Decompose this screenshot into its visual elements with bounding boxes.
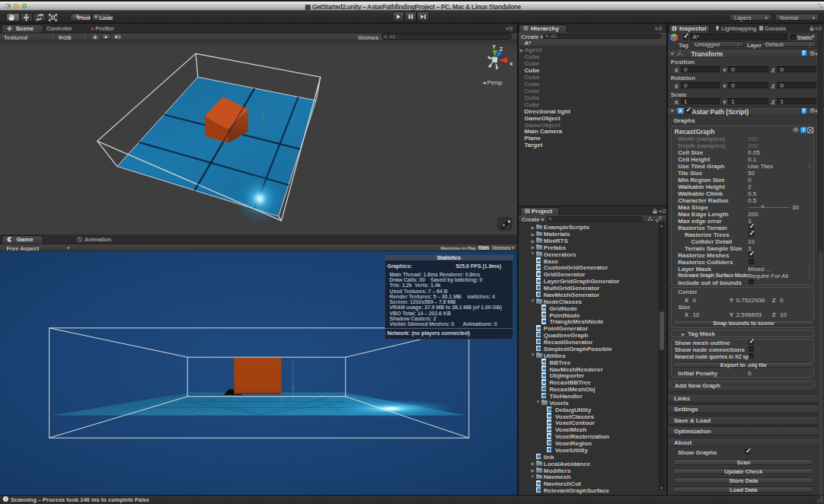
svg-text:x: x bbox=[510, 61, 513, 66]
svg-text:◂ Persp: ◂ Persp bbox=[483, 79, 502, 86]
svg-text:Y: Y bbox=[493, 44, 497, 49]
svg-text:Z: Z bbox=[500, 46, 503, 52]
